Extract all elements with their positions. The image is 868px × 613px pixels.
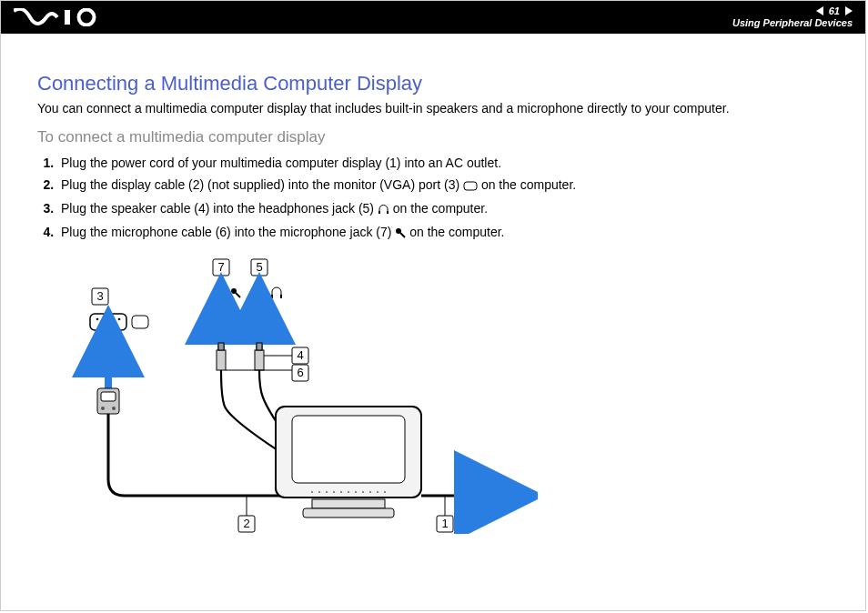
- svg-point-50: [340, 491, 342, 493]
- step-text: on the computer.: [393, 201, 488, 216]
- step-2: Plug the display cable (2) (not supplied…: [57, 176, 829, 199]
- step-text: Plug the power cord of your multimedia c…: [61, 156, 501, 170]
- svg-point-52: [355, 491, 357, 493]
- callout-3: 3: [92, 288, 108, 305]
- svg-text:6: 6: [297, 366, 303, 379]
- svg-point-26: [218, 291, 224, 296]
- mic-cable: [221, 370, 283, 454]
- page-content: Connecting a Multimedia Computer Display…: [1, 34, 865, 537]
- svg-point-49: [333, 491, 335, 493]
- callout-6: 6: [292, 365, 308, 381]
- svg-rect-4: [387, 211, 389, 214]
- svg-point-48: [326, 491, 328, 493]
- headphones-icon: [378, 203, 389, 217]
- step-text: Plug the speaker cable (4) into the head…: [61, 201, 378, 216]
- svg-line-28: [236, 293, 240, 297]
- svg-text:5: 5: [256, 260, 262, 274]
- step-text: Plug the display cable (2) (not supplied…: [61, 177, 463, 192]
- callout-2: 2: [238, 516, 255, 532]
- callout-1: 1: [437, 516, 453, 532]
- intro-paragraph: You can connect a multimedia computer di…: [37, 101, 829, 116]
- svg-point-30: [257, 291, 262, 296]
- svg-rect-34: [218, 343, 224, 350]
- svg-rect-36: [257, 343, 262, 350]
- microphone-icon: [395, 226, 406, 241]
- svg-rect-2: [464, 182, 477, 190]
- svg-point-20: [112, 407, 116, 410]
- svg-point-16: [115, 324, 117, 327]
- page-title: Connecting a Multimedia Computer Display: [37, 72, 829, 95]
- connection-diagram: 3: [65, 252, 829, 537]
- vga-plug-icon: [97, 388, 119, 414]
- svg-point-11: [104, 318, 106, 321]
- svg-text:7: 7: [217, 260, 224, 274]
- svg-point-10: [96, 318, 99, 321]
- svg-rect-35: [255, 350, 264, 370]
- callout-4: 4: [292, 347, 308, 364]
- svg-rect-33: [217, 350, 226, 370]
- mic-jack-icon: [214, 286, 240, 301]
- svg-text:2: 2: [243, 517, 249, 530]
- svg-line-6: [400, 233, 405, 237]
- audio-plug-icon: [217, 343, 226, 370]
- callout-7: 7: [213, 259, 229, 276]
- step-3: Plug the speaker cable (4) into the head…: [57, 199, 829, 223]
- page-nav: 61: [816, 5, 853, 17]
- headphone-jack-icon: [252, 286, 282, 301]
- vaio-logo: [14, 8, 101, 26]
- svg-text:3: 3: [96, 289, 103, 303]
- svg-rect-0: [65, 10, 70, 25]
- svg-rect-32: [280, 295, 282, 298]
- svg-point-13: [118, 318, 121, 321]
- procedure-steps: Plug the power cord of your multimedia c…: [37, 154, 829, 246]
- svg-point-53: [362, 491, 364, 493]
- svg-point-46: [311, 491, 313, 493]
- svg-rect-44: [312, 499, 385, 508]
- step-text: on the computer.: [409, 225, 504, 239]
- svg-rect-18: [101, 392, 116, 401]
- manual-page: { "header": { "page_number": "61", "sect…: [0, 0, 866, 611]
- step-4: Plug the microphone cable (6) into the m…: [57, 223, 829, 246]
- section-name: Using Peripheral Devices: [732, 17, 853, 29]
- svg-rect-31: [271, 295, 273, 298]
- svg-point-51: [348, 491, 349, 493]
- svg-point-12: [111, 318, 114, 321]
- prev-page-arrow-icon[interactable]: [816, 6, 823, 15]
- step-1: Plug the power cord of your multimedia c…: [57, 154, 829, 176]
- vga-port-outline-icon: [132, 316, 148, 328]
- crt-monitor-icon: [276, 407, 421, 518]
- svg-point-47: [318, 491, 320, 493]
- procedure-heading: To connect a multimedia computer display: [37, 128, 829, 146]
- next-page-arrow-icon[interactable]: [845, 6, 853, 15]
- svg-point-1: [79, 10, 95, 25]
- svg-rect-9: [90, 314, 126, 330]
- audio-plug-icon: [255, 343, 264, 370]
- svg-text:1: 1: [441, 517, 448, 530]
- vga-port-icon: [463, 179, 478, 194]
- svg-point-15: [107, 324, 110, 327]
- svg-text:4: 4: [297, 348, 303, 362]
- step-text: on the computer.: [481, 177, 576, 192]
- svg-rect-3: [378, 211, 380, 214]
- callout-5: 5: [251, 259, 267, 276]
- svg-point-55: [377, 491, 378, 493]
- display-cable: [108, 414, 283, 496]
- svg-point-19: [101, 407, 105, 410]
- header-bar: 61 Using Peripheral Devices: [1, 1, 865, 34]
- page-number: 61: [829, 5, 840, 17]
- vga-port-icon: [90, 314, 126, 330]
- svg-point-54: [369, 491, 371, 493]
- svg-rect-45: [303, 508, 394, 518]
- svg-point-14: [100, 324, 103, 327]
- svg-point-56: [384, 491, 386, 493]
- svg-rect-43: [292, 416, 405, 483]
- step-text: Plug the microphone cable (6) into the m…: [61, 225, 395, 239]
